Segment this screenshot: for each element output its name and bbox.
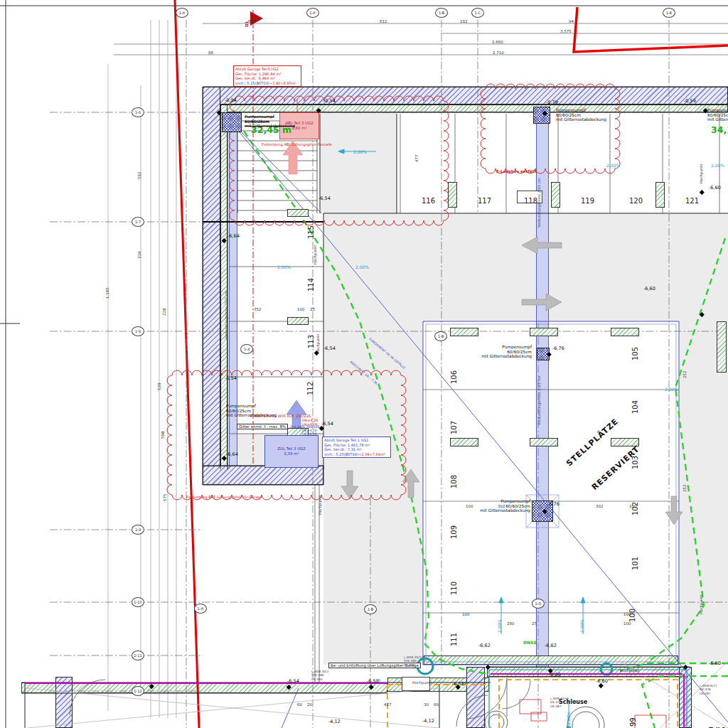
slope-label: 2,00% [567,712,572,725]
dim-label: 228 [162,309,166,316]
dim-label: 302 [596,504,604,508]
grid-bubble: 1-A [176,8,188,18]
pump-sump [533,107,550,124]
floor-plan-canvas: Abluft Garage Teil3 UG2 Ges. Fläche: 1.2… [0,0,728,728]
grid-bubble: 1-B [364,604,377,614]
pump-label-line: 60/60/25cm [226,409,277,414]
level-label: -6,58⁵ [367,679,380,684]
pump-label-line: mit Gitterrostabdeckung [245,124,295,129]
abluft-note-ug1: Abluft Garage Teil 1 UG1 Ges. Fläche: 1.… [322,437,391,458]
slope-label: 2,00% [711,164,724,168]
level-label: -6,54 [323,346,336,351]
pier [530,328,558,336]
level-label: -6,58¹ [452,682,466,687]
grid-bubble: 1-4 [240,344,253,354]
reserved-line1: STELLPLÄTZE [565,417,621,469]
grid-bubble: 1-9 [132,525,144,535]
dim-label: 252 [682,485,687,493]
slope-label: 2,00% [606,164,620,168]
annotation-text: 34,15 m [711,125,728,135]
parking-number: 115 [307,225,316,239]
parking-number: 121 [685,197,699,205]
level-label: -4,12 [422,719,434,724]
annotation-text: Fortsetzung BRE Lüftungsgitter für Garag… [186,496,262,500]
dim-label: 60 [434,702,439,707]
tag-line: UK 487 [700,692,717,695]
dim-label: 25 [532,621,537,626]
pump-label-line: Pumpensumpf [707,108,728,113]
parking-number: 101 [631,557,640,570]
dim-label: 280 [507,621,515,626]
parking-number: 105 [631,347,640,360]
parking-number: 120 [629,197,643,205]
dim-label: 310 [137,252,141,259]
slope-label: 2,00% [353,150,367,155]
fundament-line1: FUNDAMENT OK IM GEFÄLLE [368,337,406,370]
parking-number: 99 [629,717,638,727]
level-label: -6,60 [549,673,561,678]
abluft-note-ug2: Abluft Garage Teil3 UG2 Ges. Fläche: 1.2… [233,65,301,87]
dim-label: 352 [254,307,262,311]
dim-label: 94 [569,19,574,23]
note-line: Abluft Garage Teil 1 UG1 [324,438,389,443]
pier [450,438,478,446]
pier [287,317,309,325]
parking-number: 107 [450,421,459,434]
grid-bubble: 1-D [532,599,545,609]
pump-label-line: Pumpensumpf [226,404,277,409]
dim-label: 592 [137,172,141,180]
tag-line: UK 490 [311,678,329,681]
pumpensumpf-label: Pumpensumpf60/60/25cmmit Gitterrostabdec… [245,114,295,129]
pump-label-line: mit Gitterrostabdeckung [707,117,728,122]
slope-label: 2,00% [355,265,369,270]
parking-number: 112 [306,382,315,395]
dim-label: 100 [623,612,631,616]
dim-label: 100 [623,621,631,626]
note-line: Abluft Garage Teil3 UG2 [235,67,299,72]
dim-label: 100 [462,612,470,616]
dim-label: 25 [310,307,315,311]
annotation-text: D1 [245,21,249,27]
parking-number: 106 [450,370,459,384]
dim-label: 3.575 [560,29,572,33]
note-line: vorh.: 5,25(BST04)+2,39=7,64m² [324,452,389,457]
pump-label-line: 60/60/25cm [707,113,728,118]
dim-label: 612 [380,19,387,23]
hochpunkt-label: Hochpunkt [700,164,704,183]
pump-label-line: 60/60/25cm [245,119,295,124]
pumpensumpf-label: Pumpensumpf60/60/25cmmit Gitterrostabdec… [480,499,530,513]
pier [611,328,639,336]
zul-area: 2,39 m² [284,451,299,456]
pump-label-line: mit Gitterrostabdeckung [481,354,532,359]
annotation-text: UK=5,26 [302,432,316,436]
grid-bubble: 1-7 [132,217,144,227]
hochpunkt-label: Hochpunkt [412,681,432,685]
parking-number: 111 [450,633,459,646]
pump-label-line: Pumpensumpf [556,108,606,113]
level-label: -6,60 [596,679,608,684]
level-label: -6,60 [709,186,721,191]
tag-line: UK 487 [550,705,569,708]
hochpunkt-label: Hochpunkt [314,245,318,264]
level-label: -6,64 [228,234,240,239]
dim-label: 677 [248,19,256,23]
note-line: Ges. Fläche: 1.296,84 m² [235,72,299,77]
level-label: -0,79 [546,100,558,105]
level-label: -6,54 [225,376,237,381]
pump-label-line: 60/60/25cm [556,113,606,118]
level-label: -6,60 [643,287,655,291]
pump-label-line: mit Gitterrostabdeckung [226,413,277,418]
dim-label: 575 [163,494,167,502]
level-label: -0,54 [323,99,336,104]
note-line: vorh.: 5,15(BST03)+1,80=6,95m² [235,81,299,86]
grid-bubble: 1-A [194,604,207,614]
annotation-text: DN50 [523,641,536,646]
parking-number: 114 [307,278,316,291]
pumpensumpf-label: Pumpensumpf60/60/25cmmit Gitterrostabdec… [481,345,532,359]
dim-label: 60 [297,702,302,707]
slope-label: 2,00% [665,387,678,392]
dim-label: 520 [157,383,161,391]
annotation-text: Fortsetzung ABL Lüftungsgitter Fassade [262,143,332,147]
grid-bubble: 1-8 [132,326,144,336]
grid-bubble: 1-B [434,331,447,341]
